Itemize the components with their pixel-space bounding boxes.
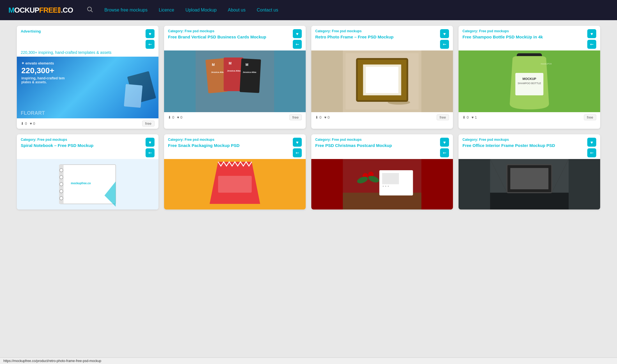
card-image[interactable]: mockupfree.co xyxy=(17,159,158,209)
svg-point-31 xyxy=(60,197,63,200)
svg-rect-49 xyxy=(510,168,549,189)
logo[interactable]: MOCKUPFREE.CO xyxy=(8,6,73,15)
svg-text:mockUP24: mockUP24 xyxy=(541,63,552,65)
ad-image[interactable]: ✦ envato elements 220,300+ inspiring, ha… xyxy=(17,57,158,118)
office-card: Category: Free psd mockups Free Office I… xyxy=(459,134,600,209)
ad-card: Advertising ♥ ⇜ 220,300+ inspiring, hand… xyxy=(17,26,158,129)
like-button[interactable]: ♥ xyxy=(146,138,155,147)
svg-text:SHAMPOO BOTTLE: SHAMPOO BOTTLE xyxy=(518,82,541,85)
svg-rect-43 xyxy=(382,173,399,184)
category-link[interactable]: Free psd mockups xyxy=(185,29,214,33)
category-link[interactable]: Free psd mockups xyxy=(332,138,362,142)
svg-rect-16 xyxy=(366,67,399,93)
svg-rect-7 xyxy=(240,58,261,93)
card-title[interactable]: Free Snack Packaging Mockup PSD xyxy=(168,143,290,148)
download-stat: ⬇ 0 xyxy=(462,115,469,119)
nav-about[interactable]: About us xyxy=(228,8,245,13)
svg-text:✦ ✦ ✦: ✦ ✦ ✦ xyxy=(382,185,389,188)
svg-line-1 xyxy=(91,10,93,12)
card-category: Category: Free psd mockups xyxy=(462,138,584,142)
share-button[interactable]: ⇜ xyxy=(440,40,449,49)
snack-card: Category: Free psd mockups Free Snack Pa… xyxy=(164,134,306,209)
ad-subtitle: 220,300+ inspiring, hand-crafted templat… xyxy=(21,50,111,55)
card-image[interactable] xyxy=(164,159,306,209)
card-title[interactable]: Spiral Notebook – Free PSD Mockup xyxy=(21,143,143,148)
card-title[interactable]: Retro Photo Frame – Free PSD Mockup xyxy=(315,34,437,40)
svg-rect-35 xyxy=(218,176,252,193)
logo-m: M xyxy=(8,6,14,15)
share-button[interactable]: ⇜ xyxy=(440,148,449,157)
logo-exclaim xyxy=(58,7,60,13)
svg-point-29 xyxy=(60,183,63,186)
share-button[interactable]: ⇜ xyxy=(146,148,155,157)
card-image[interactable] xyxy=(459,159,600,209)
download-stat: ⬇ 0 xyxy=(21,121,27,126)
ad-footer: ⬇ 0 ♥ 0 free xyxy=(17,118,158,129)
like-button[interactable]: ♥ xyxy=(146,29,155,38)
like-button[interactable]: ♥ xyxy=(587,29,596,38)
category-link[interactable]: Free psd mockups xyxy=(479,29,509,33)
svg-point-0 xyxy=(88,7,91,11)
nav-browse[interactable]: Browse free mockups xyxy=(104,8,148,13)
card-category: Category: Free psd mockups xyxy=(315,29,437,33)
search-button[interactable] xyxy=(87,6,93,14)
category-link[interactable]: Free psd mockups xyxy=(479,138,509,142)
free-badge: free xyxy=(584,114,596,120)
card-category: Category: Free psd mockups xyxy=(315,138,437,142)
category-link[interactable]: Free psd mockups xyxy=(332,29,362,33)
share-button[interactable]: ⇜ xyxy=(146,40,155,49)
svg-text:M: M xyxy=(212,63,215,67)
svg-rect-47 xyxy=(490,193,569,209)
svg-text:M: M xyxy=(246,63,248,67)
category-link[interactable]: Free psd mockups xyxy=(37,138,67,142)
photo-frame-card: Category: Free psd mockups Retro Photo F… xyxy=(311,26,453,129)
share-button[interactable]: ⇜ xyxy=(587,40,596,49)
like-stat: ♥ 0 xyxy=(30,121,35,126)
svg-text:M: M xyxy=(229,61,232,65)
download-stat: ⬇ 0 xyxy=(168,115,174,119)
logo-co: .CO xyxy=(61,6,73,15)
card-image[interactable]: ✦ ✦ ✦ xyxy=(311,159,453,209)
card-image[interactable]: Jessica Alba Jessica Alba Jessica Alba M… xyxy=(164,50,306,112)
share-button[interactable]: ⇜ xyxy=(587,148,596,157)
nav-contact[interactable]: Contact us xyxy=(257,8,278,13)
card-category: Category: Free psd mockups xyxy=(168,29,290,33)
card-title[interactable]: Free Office Interior Frame Poster Mockup… xyxy=(462,143,584,148)
card-grid: Advertising ♥ ⇜ 220,300+ inspiring, hand… xyxy=(0,20,617,215)
like-button[interactable]: ♥ xyxy=(293,29,302,38)
free-badge: free xyxy=(142,121,155,126)
card-footer: ⬇ 0 ♥ 0 free xyxy=(311,112,453,123)
card-image[interactable]: MOCKUP SHAMPOO BOTTLE mockUP24 xyxy=(459,50,600,112)
svg-text:MOCKUP: MOCKUP xyxy=(522,77,536,80)
nav-licence[interactable]: Licence xyxy=(159,8,174,13)
like-stat: ♥ 1 xyxy=(471,115,477,119)
share-button[interactable]: ⇜ xyxy=(293,148,302,157)
free-badge: free xyxy=(437,114,449,120)
card-category: Category: Free psd mockups xyxy=(21,138,143,142)
ad-card-actions: ♥ ⇜ xyxy=(146,29,155,49)
like-stat: ♥ 0 xyxy=(324,115,330,119)
share-button[interactable]: ⇜ xyxy=(293,40,302,49)
svg-point-17 xyxy=(388,100,410,105)
category-link[interactable]: Free psd mockups xyxy=(185,138,214,142)
like-button[interactable]: ♥ xyxy=(293,138,302,147)
card-image[interactable] xyxy=(311,50,453,112)
download-stat: ⬇ 0 xyxy=(315,115,321,119)
search-icon xyxy=(87,6,93,13)
svg-point-28 xyxy=(60,176,63,179)
nav-upload[interactable]: Upload Mockup xyxy=(185,8,217,13)
card-title[interactable]: Free Shampoo Bottle PSD MockUp in 4k xyxy=(462,34,584,40)
like-button[interactable]: ♥ xyxy=(440,138,449,147)
christmas-card: Category: Free psd mockups Free PSD Chri… xyxy=(311,134,453,209)
business-cards-card: Category: Free psd mockups Free Brand Ve… xyxy=(164,26,306,129)
notebook-card: Category: Free psd mockups Spiral Notebo… xyxy=(17,134,158,209)
card-title[interactable]: Free Brand Vertical PSD Business Cards M… xyxy=(168,34,290,40)
like-button[interactable]: ♥ xyxy=(587,138,596,147)
card-title[interactable]: Free PSD Christmas Postcard Mockup xyxy=(315,143,437,148)
card-footer: ⬇ 0 ♥ 0 free xyxy=(164,112,306,123)
svg-text:Jessica Alba: Jessica Alba xyxy=(211,71,225,73)
svg-text:mockupfree.co: mockupfree.co xyxy=(71,182,91,185)
card-category: Category: Free psd mockups xyxy=(462,29,584,33)
like-button[interactable]: ♥ xyxy=(440,29,449,38)
logo-ockup: OCKUP xyxy=(14,6,39,15)
